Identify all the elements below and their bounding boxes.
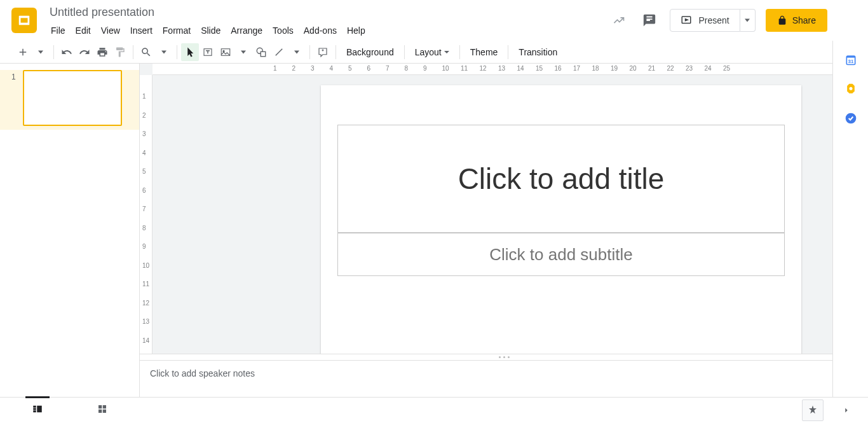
slide-thumbnail[interactable]: 1 xyxy=(0,70,139,130)
tasks-icon[interactable] xyxy=(844,112,857,125)
transition-button[interactable]: Transition xyxy=(512,43,564,61)
svg-line-9 xyxy=(276,48,283,55)
slide-canvas[interactable]: Click to add title Click to add subtitle xyxy=(153,75,868,354)
line-tool[interactable] xyxy=(270,43,288,61)
svg-rect-1 xyxy=(21,18,28,22)
menu-edit[interactable]: Edit xyxy=(71,23,96,38)
slide[interactable]: Click to add title Click to add subtitle xyxy=(321,85,801,354)
present-dropdown[interactable] xyxy=(740,9,756,32)
svg-rect-24 xyxy=(103,410,106,413)
toolbar: Background Layout Theme Transition xyxy=(0,41,868,64)
app-logo[interactable] xyxy=(11,8,37,33)
grid-view-button[interactable] xyxy=(93,397,112,423)
slide-number: 1 xyxy=(11,70,18,126)
line-dropdown[interactable] xyxy=(288,43,306,61)
present-label: Present xyxy=(698,15,729,25)
svg-rect-20 xyxy=(37,406,42,413)
svg-rect-19 xyxy=(33,410,36,412)
comment-button[interactable] xyxy=(314,43,332,61)
new-slide-button[interactable] xyxy=(14,43,32,61)
paint-format-button[interactable] xyxy=(111,43,129,61)
menu-addons[interactable]: Add-ons xyxy=(299,23,342,38)
menu-tools[interactable]: Tools xyxy=(268,23,299,38)
slide-thumbnail-panel: 1 xyxy=(0,64,140,397)
vertical-ruler: 1234567891011121314 xyxy=(140,75,153,354)
svg-rect-8 xyxy=(261,52,266,57)
horizontal-ruler: 1234567891011121314151617181920212223242… xyxy=(153,64,868,75)
svg-point-15 xyxy=(849,87,852,90)
new-slide-dropdown[interactable] xyxy=(32,43,50,61)
activity-icon[interactable] xyxy=(609,10,629,31)
layout-button[interactable]: Layout xyxy=(409,43,456,61)
theme-button[interactable]: Theme xyxy=(464,43,505,61)
speaker-notes[interactable]: Click to add speaker notes xyxy=(140,360,868,397)
zoom-dropdown[interactable] xyxy=(155,43,173,61)
undo-button[interactable] xyxy=(58,43,76,61)
comments-icon[interactable] xyxy=(639,10,660,31)
svg-rect-17 xyxy=(33,406,36,408)
title-placeholder[interactable]: Click to add title xyxy=(337,125,785,233)
document-title[interactable]: Untitled presentation xyxy=(50,5,609,19)
filmstrip-view-button[interactable] xyxy=(28,397,47,423)
explore-button[interactable] xyxy=(802,399,824,421)
shape-tool[interactable] xyxy=(252,43,270,61)
share-button[interactable]: Share xyxy=(766,9,827,32)
svg-marker-3 xyxy=(686,19,688,21)
present-button[interactable]: Present xyxy=(670,9,740,32)
svg-text:31: 31 xyxy=(848,59,853,64)
zoom-button[interactable] xyxy=(137,43,155,61)
menu-file[interactable]: File xyxy=(46,23,71,38)
background-button[interactable]: Background xyxy=(340,43,400,61)
notes-resizer[interactable] xyxy=(140,354,868,360)
menu-bar: File Edit View Insert Format Slide Arran… xyxy=(46,23,609,38)
image-tool[interactable] xyxy=(217,43,234,61)
print-button[interactable] xyxy=(93,43,111,61)
menu-insert[interactable]: Insert xyxy=(125,23,158,38)
svg-rect-18 xyxy=(33,408,36,410)
share-label: Share xyxy=(792,15,816,25)
select-tool[interactable] xyxy=(181,43,199,61)
svg-rect-23 xyxy=(98,410,102,413)
calendar-icon[interactable]: 31 xyxy=(844,53,857,66)
thumbnail-preview[interactable] xyxy=(23,70,122,126)
menu-format[interactable]: Format xyxy=(158,23,196,38)
expand-sidepanel-icon[interactable] xyxy=(836,400,857,420)
menu-help[interactable]: Help xyxy=(342,23,370,38)
subtitle-placeholder[interactable]: Click to add subtitle xyxy=(337,233,785,276)
menu-arrange[interactable]: Arrange xyxy=(226,23,268,38)
image-dropdown[interactable] xyxy=(234,43,252,61)
svg-rect-21 xyxy=(98,405,102,408)
menu-slide[interactable]: Slide xyxy=(196,23,226,38)
menu-view[interactable]: View xyxy=(96,23,125,38)
keep-icon[interactable] xyxy=(844,83,857,95)
redo-button[interactable] xyxy=(76,43,93,61)
textbox-tool[interactable] xyxy=(199,43,217,61)
side-panel: 31 xyxy=(832,41,868,397)
svg-rect-22 xyxy=(103,405,106,408)
